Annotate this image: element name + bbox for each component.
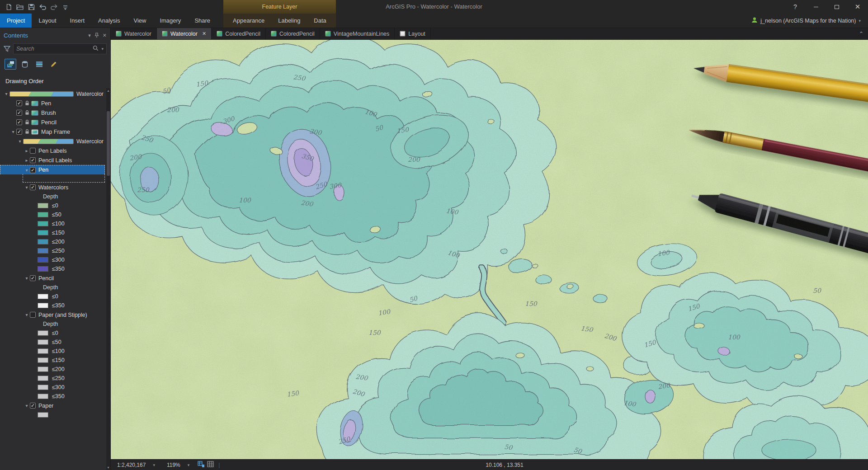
layer-item-paper[interactable]: ▾✓Paper	[0, 401, 110, 410]
close-button[interactable]: ✕	[847, 0, 868, 14]
layer-item-map-frame[interactable]: ▾✓Map Frame	[0, 127, 110, 136]
map-view[interactable]: 5015020025025030020025030035025030010020…	[111, 40, 868, 459]
search-caret-icon[interactable]: ▾	[101, 47, 104, 51]
layer-item-watercolor[interactable]: ▾Watercolor	[0, 89, 110, 99]
ribbon-tab-layout[interactable]: Layout	[32, 14, 63, 28]
visibility-checkbox[interactable]: ✓	[30, 157, 36, 163]
save-project-icon[interactable]	[26, 2, 36, 12]
tree-scrollbar[interactable]: ▴ ▾	[106, 88, 110, 470]
legend-item[interactable]: ≤0	[0, 292, 110, 301]
layer-item-pen-labels[interactable]: ▸Pen Labels	[0, 146, 110, 155]
legend-swatch[interactable]	[38, 303, 48, 308]
layer-item-pen[interactable]: ✓Pen	[0, 99, 110, 108]
legend-item[interactable]: ≤0	[0, 201, 110, 210]
legend-swatch[interactable]	[38, 412, 48, 418]
layer-item-brush[interactable]: ✓Brush	[0, 108, 110, 118]
layer-item-pencil[interactable]: ✓Pencil	[0, 118, 110, 127]
layer-item-watercolor[interactable]: ▾Watercolor	[0, 136, 110, 146]
visibility-checkbox[interactable]: ✓	[16, 110, 22, 116]
legend-item[interactable]: ≤150	[0, 356, 110, 365]
legend-swatch[interactable]	[38, 376, 48, 381]
collapse-ribbon-icon[interactable]: ⌃	[854, 28, 868, 39]
legend-item[interactable]: ≤250	[0, 246, 110, 255]
contextual-tab-data[interactable]: Data	[307, 14, 333, 28]
zoom-control[interactable]: 119% ▾	[163, 461, 193, 469]
legend-swatch[interactable]	[38, 248, 48, 254]
legend-item[interactable]: ≤150	[0, 228, 110, 237]
visibility-checkbox[interactable]: ✓	[30, 403, 36, 409]
ribbon-tab-analysis[interactable]: Analysis	[91, 14, 127, 28]
expander-icon[interactable]: ▾	[24, 403, 30, 408]
legend-swatch[interactable]	[38, 348, 48, 354]
customize-quick-access-icon[interactable]	[60, 2, 70, 12]
coordinates-readout[interactable]: 10.106 , 13.351	[486, 462, 523, 468]
legend-swatch[interactable]	[38, 257, 48, 263]
legend-item[interactable]: ≤100	[0, 219, 110, 228]
view-tab-vintagemountainlines[interactable]: VintageMountainLines	[320, 28, 395, 39]
list-by-selection-icon[interactable]	[33, 59, 45, 70]
map-canvas[interactable]: 5015020025025030020025030035025030010020…	[111, 40, 868, 459]
legend-item[interactable]	[0, 410, 110, 419]
map-scale-control[interactable]: 1:2,420,167 ▾	[113, 461, 159, 469]
expander-icon[interactable]: ▾	[24, 276, 30, 281]
layer-item-pen[interactable]: ▾✓Pen	[0, 165, 105, 174]
expander-icon[interactable]: ▾	[24, 312, 30, 317]
list-by-drawing-order-icon[interactable]	[5, 59, 16, 70]
open-project-icon[interactable]	[15, 2, 25, 12]
expander-icon[interactable]: ▸	[24, 158, 30, 163]
expander-icon[interactable]: ▾	[10, 129, 16, 134]
pin-icon[interactable]	[94, 33, 99, 38]
ribbon-tab-project[interactable]: Project	[0, 14, 32, 28]
legend-swatch[interactable]	[38, 339, 48, 345]
legend-swatch[interactable]	[38, 239, 48, 244]
legend-item[interactable]: ≤300	[0, 383, 110, 392]
legend-item[interactable]: ≤350	[0, 392, 110, 401]
search-input[interactable]	[16, 46, 90, 52]
expander-icon[interactable]: ▾	[24, 168, 30, 173]
pane-close-icon[interactable]: ✕	[103, 33, 107, 38]
layer-item-watercolors[interactable]: ▾✓Watercolors	[0, 183, 110, 192]
legend-item[interactable]: ≤300	[0, 255, 110, 264]
filter-icon[interactable]	[4, 46, 10, 52]
legend-item[interactable]: ≤100	[0, 347, 110, 356]
legend-item[interactable]: ≤50	[0, 210, 110, 219]
legend-swatch[interactable]	[38, 394, 48, 399]
view-tab-layout[interactable]: Layout	[395, 28, 431, 39]
new-project-icon[interactable]	[4, 2, 14, 12]
legend-swatch[interactable]	[38, 367, 48, 372]
list-by-source-icon[interactable]	[19, 59, 31, 70]
legend-swatch[interactable]	[38, 357, 48, 363]
help-button[interactable]: ?	[785, 0, 806, 14]
layer-item-paper-and-stipple[interactable]: ▾Paper (and Stipple)	[0, 310, 110, 320]
legend-item[interactable]: ≤200	[0, 237, 110, 246]
legend-item[interactable]: ≤200	[0, 365, 110, 374]
ribbon-tab-imagery[interactable]: Imagery	[153, 14, 188, 28]
search-icon[interactable]	[93, 45, 99, 53]
visibility-checkbox[interactable]: ✓	[16, 100, 22, 106]
ribbon-tab-insert[interactable]: Insert	[63, 14, 92, 28]
visibility-checkbox[interactable]	[30, 312, 36, 318]
legend-item[interactable]: ≤250	[0, 374, 110, 383]
redo-icon[interactable]	[49, 2, 59, 12]
minimize-button[interactable]	[806, 0, 826, 14]
contextual-tab-appearance[interactable]: Appearance	[226, 14, 271, 28]
visibility-checkbox[interactable]: ✓	[16, 119, 22, 125]
legend-item[interactable]: ≤350	[0, 301, 110, 310]
legend-swatch[interactable]	[38, 230, 48, 235]
legend-swatch[interactable]	[38, 203, 48, 208]
visibility-checkbox[interactable]: ✓	[30, 275, 36, 281]
legend-swatch[interactable]	[38, 385, 48, 390]
expander-icon[interactable]: ▾	[24, 185, 30, 190]
view-tab-coloredpencil[interactable]: ColoredPencil	[212, 28, 266, 39]
visibility-checkbox[interactable]: ✓	[30, 167, 36, 173]
snapping-grid-icon[interactable]	[198, 461, 205, 469]
list-by-editing-icon[interactable]	[48, 59, 60, 70]
expander-icon[interactable]: ▾	[17, 139, 23, 144]
legend-swatch[interactable]	[38, 330, 48, 336]
expander-icon[interactable]: ▸	[24, 148, 30, 153]
scrollbar-thumb[interactable]	[107, 111, 110, 176]
expander-icon[interactable]: ▾	[3, 91, 9, 96]
legend-item[interactable]: ≤350	[0, 264, 110, 273]
undo-icon[interactable]	[38, 2, 47, 12]
legend-swatch[interactable]	[38, 212, 48, 217]
